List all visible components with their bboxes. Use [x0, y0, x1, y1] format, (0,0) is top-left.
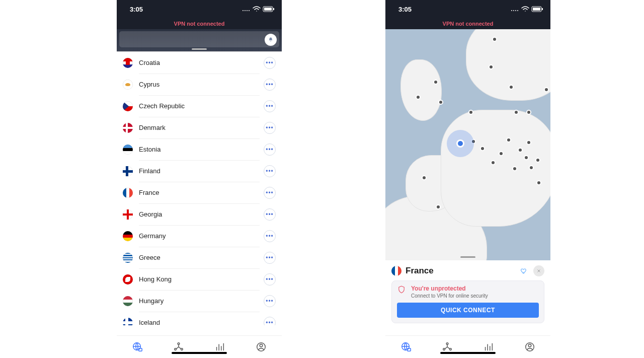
- map-land: [466, 29, 550, 101]
- flag-icon: [123, 253, 133, 263]
- server-dot[interactable]: [529, 165, 534, 170]
- status-icons: [242, 6, 275, 12]
- server-dot[interactable]: [526, 140, 531, 145]
- server-dot[interactable]: [512, 166, 517, 171]
- country-more-button[interactable]: •••: [264, 79, 276, 91]
- server-dot[interactable]: [436, 204, 441, 209]
- flag-icon: [123, 231, 133, 241]
- status-time: 3:05: [398, 6, 412, 13]
- server-dot[interactable]: [489, 64, 494, 69]
- profile-icon: [256, 341, 267, 352]
- flag-icon: [123, 188, 133, 198]
- status-bar: 3:05: [117, 0, 282, 18]
- vpn-status-banner: VPN not connected: [385, 18, 550, 29]
- country-more-button[interactable]: •••: [264, 57, 276, 69]
- server-dot[interactable]: [524, 155, 529, 160]
- phone-map-view: 3:05 VPN not connected: [385, 0, 550, 358]
- svg-point-15: [513, 10, 514, 11]
- server-dot[interactable]: [518, 148, 523, 153]
- svg-point-2: [247, 10, 248, 11]
- bars-icon: [483, 341, 494, 352]
- server-dot[interactable]: [433, 80, 438, 85]
- cellular-icon: [510, 6, 519, 12]
- heart-icon: [520, 267, 527, 274]
- profile-icon: [524, 341, 535, 352]
- server-dot[interactable]: [544, 87, 549, 92]
- country-row[interactable]: Hungary•••: [117, 290, 282, 312]
- country-row[interactable]: Germany•••: [117, 225, 282, 247]
- server-dot[interactable]: [491, 160, 496, 165]
- flag-icon: [123, 58, 133, 68]
- country-row[interactable]: Finland•••: [117, 160, 282, 182]
- country-row[interactable]: Cyprus•••: [117, 74, 282, 95]
- country-row[interactable]: Georgia•••: [117, 203, 282, 225]
- globe-lock-icon: [132, 341, 143, 352]
- server-dot[interactable]: [468, 110, 473, 115]
- server-dot[interactable]: [509, 85, 514, 90]
- warning-title: You're unprotected: [411, 285, 488, 292]
- favorite-button[interactable]: [518, 265, 529, 276]
- search-input[interactable]: [119, 31, 279, 47]
- country-more-button[interactable]: •••: [264, 252, 276, 264]
- country-more-button[interactable]: •••: [264, 295, 276, 307]
- country-more-button[interactable]: •••: [264, 165, 276, 177]
- nav-map-button[interactable]: [131, 340, 144, 353]
- country-name: France: [139, 189, 159, 196]
- country-row[interactable]: Greece•••: [117, 247, 282, 268]
- server-dot[interactable]: [526, 110, 531, 115]
- home-indicator[interactable]: [172, 352, 227, 354]
- server-dot[interactable]: [438, 100, 443, 105]
- nav-profile-button[interactable]: [523, 340, 536, 353]
- status-icons: [510, 6, 543, 12]
- country-name: Greece: [139, 254, 160, 261]
- sheet-drag-handle[interactable]: [192, 48, 207, 50]
- server-dot[interactable]: [506, 137, 511, 142]
- quick-connect-button[interactable]: QUICK CONNECT: [397, 303, 539, 318]
- country-name: Hong Kong: [139, 275, 172, 283]
- svg-point-9: [178, 343, 180, 345]
- nav-profile-button[interactable]: [255, 340, 268, 353]
- server-dot[interactable]: [536, 180, 541, 185]
- warning-subtitle: Connect to VPN for online security: [411, 293, 488, 299]
- server-dot[interactable]: [480, 146, 485, 151]
- country-more-button[interactable]: •••: [264, 144, 276, 156]
- selected-location-marker[interactable]: [447, 130, 474, 157]
- country-row[interactable]: France•••: [117, 182, 282, 203]
- country-row[interactable]: Denmark•••: [117, 117, 282, 138]
- flag-icon: [123, 123, 133, 133]
- country-name: Iceland: [139, 319, 160, 326]
- svg-point-14: [511, 10, 512, 11]
- country-more-button[interactable]: •••: [264, 317, 276, 326]
- battery-icon: [263, 6, 275, 12]
- country-more-button[interactable]: •••: [264, 273, 276, 285]
- bottom-nav: [385, 335, 550, 358]
- server-dot[interactable]: [499, 151, 504, 156]
- country-row[interactable]: Croatia•••: [117, 52, 282, 74]
- country-row[interactable]: Estonia•••: [117, 138, 282, 160]
- server-dot[interactable]: [422, 175, 427, 180]
- svg-point-11: [181, 348, 183, 350]
- sheet-drag-handle[interactable]: [460, 256, 475, 258]
- country-more-button[interactable]: •••: [264, 187, 276, 199]
- server-map[interactable]: [385, 29, 550, 260]
- bottom-nav: [117, 335, 282, 358]
- flag-icon: [123, 274, 133, 284]
- notifications-button[interactable]: [265, 34, 277, 46]
- country-more-button[interactable]: •••: [264, 100, 276, 112]
- country-list[interactable]: Croatia•••Cyprus•••Czech Republic•••Denm…: [117, 52, 282, 325]
- svg-point-13: [260, 344, 263, 347]
- country-row[interactable]: Iceland•••: [117, 312, 282, 325]
- home-indicator[interactable]: [440, 352, 496, 354]
- bell-icon: [268, 37, 274, 43]
- server-dot[interactable]: [535, 158, 540, 163]
- server-dot[interactable]: [416, 95, 421, 100]
- country-more-button[interactable]: •••: [264, 208, 276, 221]
- close-sheet-button[interactable]: [533, 265, 544, 276]
- country-row[interactable]: Hong Kong•••: [117, 268, 282, 290]
- country-more-button[interactable]: •••: [264, 230, 276, 242]
- nav-map-button[interactable]: [399, 340, 413, 353]
- server-dot[interactable]: [492, 37, 497, 42]
- server-dot[interactable]: [514, 110, 519, 115]
- country-more-button[interactable]: •••: [264, 122, 276, 134]
- country-row[interactable]: Czech Republic•••: [117, 95, 282, 117]
